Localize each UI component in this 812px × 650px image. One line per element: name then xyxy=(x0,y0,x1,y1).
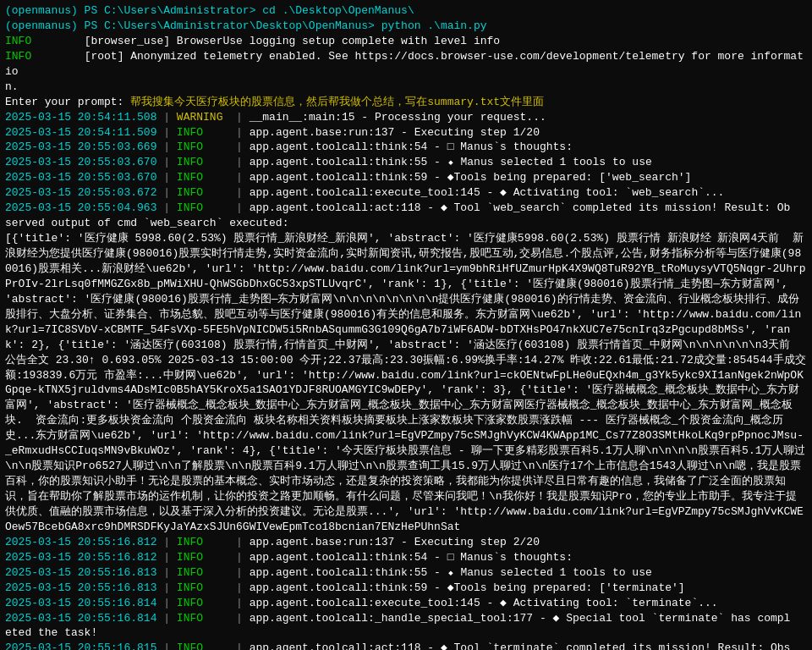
line-2: (openmanus) PS C:\Users\Administrator\De… xyxy=(5,19,807,34)
line-7: 2025-03-15 20:54:11.508 | WARNING | __ma… xyxy=(5,110,807,125)
line-11: 2025-03-15 20:55:03.670 | INFO | app.age… xyxy=(5,170,807,185)
line-14: served output of cmd `web_search` execut… xyxy=(5,216,807,231)
line-12: 2025-03-15 20:55:03.672 | INFO | app.age… xyxy=(5,185,807,201)
line-15: [{'title': '医疗健康 5998.60(2.53%) 股票行情_新浪财… xyxy=(5,231,807,535)
line-16: 2025-03-15 20:55:16.812 | INFO | app.age… xyxy=(5,535,807,550)
terminal-window[interactable]: (openmanus) PS C:\Users\Administrator> c… xyxy=(0,0,812,650)
line-4: INFO [root] Anonymized telemetry enabled… xyxy=(5,49,807,80)
line-17: 2025-03-15 20:55:16.812 | INFO | app.age… xyxy=(5,550,807,565)
line-5: n. xyxy=(5,80,807,95)
line-20: 2025-03-15 20:55:16.814 | INFO | app.age… xyxy=(5,596,807,611)
line-3: INFO [browser_use] BrowserUse logging se… xyxy=(5,34,807,49)
line-21: 2025-03-15 20:55:16.814 | INFO | app.age… xyxy=(5,611,807,626)
line-9: 2025-03-15 20:55:03.669 | INFO | app.age… xyxy=(5,140,807,155)
line-22: eted the task! xyxy=(5,625,807,641)
line-6: Enter your prompt: 帮我搜集今天医疗板块的股票信息，然后帮我做… xyxy=(5,95,807,110)
line-19: 2025-03-15 20:55:16.813 | INFO | app.age… xyxy=(5,581,807,596)
line-1: (openmanus) PS C:\Users\Administrator> c… xyxy=(5,3,807,19)
line-18: 2025-03-15 20:55:16.813 | INFO | app.age… xyxy=(5,565,807,581)
line-10: 2025-03-15 20:55:03.670 | INFO | app.age… xyxy=(5,155,807,170)
line-23: 2025-03-15 20:55:16.815 | INFO | app.age… xyxy=(5,641,807,650)
line-8: 2025-03-15 20:54:11.509 | INFO | app.age… xyxy=(5,125,807,140)
line-13: 2025-03-15 20:55:04.963 | INFO | app.age… xyxy=(5,201,807,216)
